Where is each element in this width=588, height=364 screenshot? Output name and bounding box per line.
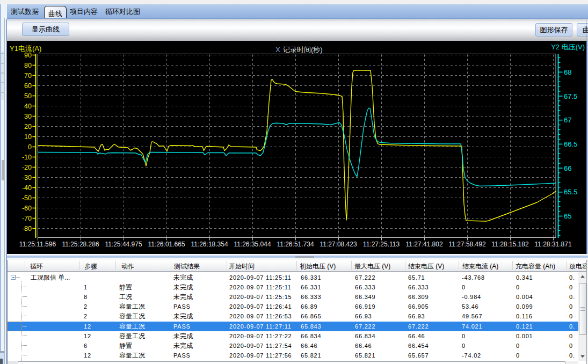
- svg-text:记录时间(秒): 记录时间(秒): [283, 46, 323, 54]
- svg-text:40: 40: [24, 103, 32, 110]
- svg-text:11:26:18.354: 11:26:18.354: [191, 241, 228, 248]
- svg-text:-50: -50: [22, 194, 32, 202]
- svg-text:11:25:28.286: 11:25:28.286: [62, 241, 99, 248]
- svg-text:11:26:35.044: 11:26:35.044: [234, 241, 271, 248]
- svg-text:-70: -70: [22, 215, 32, 222]
- svg-text:20: 20: [24, 123, 32, 130]
- svg-text:66.5: 66.5: [564, 140, 577, 148]
- svg-text:67: 67: [564, 116, 571, 124]
- svg-text:10: 10: [24, 133, 32, 141]
- svg-text:65: 65: [564, 212, 571, 220]
- svg-text:11:26:51.734: 11:26:51.734: [277, 241, 314, 248]
- svg-text:0: 0: [28, 143, 32, 151]
- svg-text:11:28:15.182: 11:28:15.182: [491, 241, 529, 248]
- svg-text:60: 60: [24, 82, 32, 90]
- svg-text:11:25:44.975: 11:25:44.975: [105, 241, 142, 248]
- svg-text:X: X: [275, 46, 280, 54]
- svg-text:-60: -60: [22, 205, 32, 212]
- svg-text:-10: -10: [22, 154, 32, 161]
- svg-text:11:27:41.802: 11:27:41.802: [405, 241, 443, 248]
- svg-text:50: 50: [24, 92, 32, 100]
- svg-text:11:27:25.113: 11:27:25.113: [363, 241, 400, 248]
- svg-text:11:28:31.871: 11:28:31.871: [534, 241, 572, 248]
- svg-text:-80: -80: [22, 225, 32, 232]
- svg-text:11:27:58.492: 11:27:58.492: [448, 241, 486, 248]
- svg-text:11:26:01.665: 11:26:01.665: [148, 241, 185, 248]
- svg-text:65.5: 65.5: [564, 188, 577, 196]
- svg-text:80: 80: [24, 62, 32, 69]
- svg-text:-40: -40: [22, 184, 32, 192]
- svg-text:66: 66: [564, 164, 571, 172]
- svg-text:-30: -30: [22, 174, 32, 181]
- svg-text:11:27:08.423: 11:27:08.423: [320, 241, 357, 248]
- svg-text:67.5: 67.5: [564, 92, 577, 100]
- svg-text:30: 30: [24, 113, 32, 120]
- svg-text:Y1电流(A): Y1电流(A): [10, 45, 41, 53]
- svg-text:Y2 电压(V): Y2 电压(V): [551, 43, 585, 51]
- svg-text:11:25:11.596: 11:25:11.596: [19, 241, 56, 248]
- svg-text:-20: -20: [22, 164, 32, 171]
- svg-text:70: 70: [24, 72, 32, 79]
- svg-text:68: 68: [564, 68, 571, 76]
